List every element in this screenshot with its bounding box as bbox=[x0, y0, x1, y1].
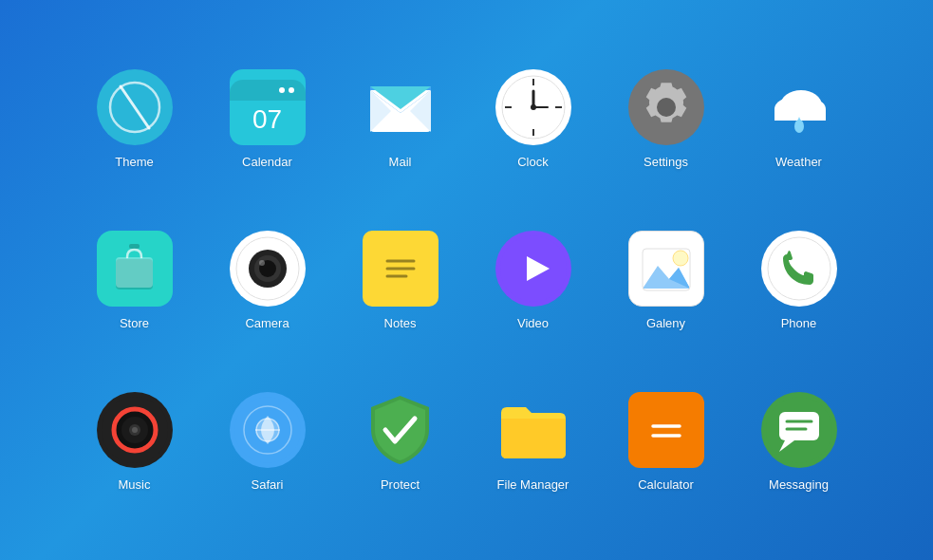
app-item-phone[interactable]: Phone bbox=[737, 231, 861, 330]
weather-icon bbox=[761, 69, 837, 145]
app-item-theme[interactable]: Theme bbox=[73, 69, 196, 169]
clock-label: Clock bbox=[517, 155, 549, 169]
filemanager-label: File Manager bbox=[497, 477, 569, 492]
notes-icon bbox=[363, 231, 439, 307]
calendar-label: Calendar bbox=[242, 155, 292, 169]
notes-label: Notes bbox=[384, 316, 417, 330]
app-item-safari[interactable]: Safari bbox=[206, 392, 329, 492]
messaging-icon bbox=[761, 392, 837, 468]
video-icon bbox=[495, 231, 571, 307]
svg-point-41 bbox=[768, 237, 830, 300]
app-item-calendar[interactable]: 07 Calendar bbox=[206, 69, 329, 169]
calculator-label: Calculator bbox=[638, 477, 694, 492]
app-item-protect[interactable]: Protect bbox=[339, 392, 462, 492]
theme-icon bbox=[97, 69, 173, 145]
svg-line-1 bbox=[121, 86, 149, 128]
mail-label: Mail bbox=[389, 155, 412, 169]
protect-icon bbox=[363, 392, 439, 468]
svg-point-16 bbox=[531, 104, 536, 110]
calendar-icon: 07 bbox=[230, 69, 306, 145]
safari-label: Safari bbox=[252, 477, 284, 492]
settings-icon bbox=[628, 69, 704, 145]
app-item-filemanager[interactable]: File Manager bbox=[472, 392, 595, 492]
app-item-store[interactable]: Store bbox=[73, 231, 196, 330]
music-icon bbox=[97, 392, 173, 468]
music-label: Music bbox=[119, 477, 151, 492]
phone-label: Phone bbox=[781, 316, 817, 330]
theme-label: Theme bbox=[115, 155, 153, 169]
gallery-label: Galeny bbox=[646, 316, 685, 330]
video-label: Video bbox=[517, 316, 549, 330]
svg-point-31 bbox=[259, 260, 265, 266]
svg-rect-26 bbox=[129, 244, 140, 249]
camera-icon bbox=[230, 231, 306, 307]
camera-label: Camera bbox=[245, 316, 289, 330]
svg-rect-21 bbox=[774, 109, 826, 121]
svg-point-39 bbox=[673, 251, 688, 266]
mail-icon bbox=[363, 69, 439, 145]
safari-icon bbox=[230, 392, 306, 468]
clock-icon bbox=[495, 69, 571, 145]
weather-label: Weather bbox=[775, 155, 822, 169]
store-label: Store bbox=[120, 316, 149, 330]
svg-rect-25 bbox=[116, 257, 153, 288]
messaging-label: Messaging bbox=[769, 477, 829, 492]
app-item-camera[interactable]: Camera bbox=[206, 231, 329, 330]
filemanager-icon bbox=[495, 392, 571, 468]
app-item-mail[interactable]: Mail bbox=[339, 69, 462, 169]
app-grid: Theme 07 Calendar bbox=[73, 43, 861, 517]
app-item-messaging[interactable]: Messaging bbox=[737, 392, 861, 492]
app-item-settings[interactable]: Settings bbox=[605, 69, 728, 169]
app-item-weather[interactable]: Weather bbox=[737, 69, 861, 169]
app-item-gallery[interactable]: Galeny bbox=[605, 231, 728, 330]
app-item-calculator[interactable]: Calculator bbox=[605, 392, 728, 492]
calculator-icon bbox=[628, 392, 704, 468]
store-icon bbox=[97, 231, 173, 307]
app-item-video[interactable]: Video bbox=[472, 231, 595, 330]
protect-label: Protect bbox=[381, 477, 420, 492]
app-item-notes[interactable]: Notes bbox=[339, 231, 462, 330]
app-item-clock[interactable]: Clock bbox=[472, 69, 595, 169]
gallery-icon bbox=[628, 231, 704, 307]
svg-point-17 bbox=[657, 98, 676, 117]
svg-point-47 bbox=[132, 427, 138, 433]
app-item-music[interactable]: Music bbox=[73, 392, 196, 492]
settings-label: Settings bbox=[644, 155, 688, 169]
phone-icon bbox=[761, 231, 837, 307]
svg-rect-56 bbox=[779, 412, 819, 440]
